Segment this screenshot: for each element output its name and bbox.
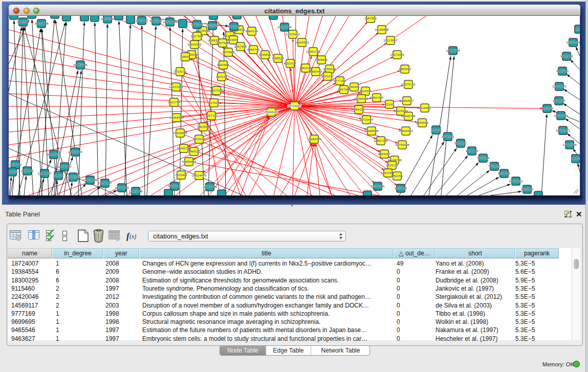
svg-text:3267110: 3267110 bbox=[205, 114, 217, 117]
svg-text:12213967: 12213967 bbox=[383, 38, 398, 42]
svg-text:1858500: 1858500 bbox=[9, 163, 22, 166]
svg-text:16640910: 16640910 bbox=[295, 40, 309, 44]
svg-text:114519: 114519 bbox=[53, 173, 64, 177]
svg-text:16782759: 16782759 bbox=[115, 186, 129, 189]
svg-text:3624554: 3624554 bbox=[359, 89, 372, 93]
svg-text:19654923: 19654923 bbox=[399, 129, 413, 133]
svg-text:9777169: 9777169 bbox=[334, 79, 346, 82]
svg-text:19218506: 19218506 bbox=[277, 25, 292, 29]
svg-text:19054955: 19054955 bbox=[169, 116, 184, 119]
svg-text:8990443: 8990443 bbox=[310, 70, 322, 73]
svg-text:7955812: 7955812 bbox=[315, 58, 328, 61]
svg-text:12942757: 12942757 bbox=[37, 171, 52, 175]
svg-text:16210643: 16210643 bbox=[554, 114, 568, 117]
svg-text:1362615: 1362615 bbox=[299, 66, 312, 70]
svg-text:6879197: 6879197 bbox=[454, 141, 467, 145]
svg-text:10654112: 10654112 bbox=[509, 179, 523, 183]
svg-text:20206575: 20206575 bbox=[47, 152, 61, 156]
svg-text:10973493: 10973493 bbox=[390, 53, 404, 56]
svg-text:2935114: 2935114 bbox=[477, 156, 489, 160]
svg-text:9699695: 9699695 bbox=[416, 121, 429, 124]
svg-text:13958107: 13958107 bbox=[98, 181, 112, 185]
svg-text:1588520: 1588520 bbox=[272, 56, 285, 60]
svg-text:23495786: 23495786 bbox=[401, 114, 416, 118]
svg-text:13325419: 13325419 bbox=[286, 32, 300, 36]
svg-text:9146821: 9146821 bbox=[259, 53, 272, 56]
svg-text:10688609: 10688609 bbox=[364, 129, 379, 133]
svg-text:8322037: 8322037 bbox=[284, 61, 297, 65]
svg-text:8938913: 8938913 bbox=[442, 135, 454, 138]
svg-text:17016504: 17016504 bbox=[562, 143, 577, 146]
svg-text:17957255: 17957255 bbox=[83, 178, 97, 182]
svg-text:20053346: 20053346 bbox=[73, 63, 88, 67]
svg-text:252254: 252254 bbox=[392, 174, 403, 178]
svg-text:16961758: 16961758 bbox=[306, 50, 320, 53]
svg-text:10807487: 10807487 bbox=[369, 96, 384, 99]
svg-text:15692971: 15692971 bbox=[556, 128, 570, 132]
svg-text:16543362: 16543362 bbox=[187, 42, 202, 46]
svg-text:746266: 746266 bbox=[349, 85, 360, 89]
svg-text:15720407: 15720407 bbox=[359, 118, 374, 121]
svg-text:1615132: 1615132 bbox=[386, 163, 399, 167]
svg-text:9242848: 9242848 bbox=[217, 63, 230, 67]
svg-text:10756928: 10756928 bbox=[395, 143, 409, 146]
svg-text:6497568: 6497568 bbox=[338, 87, 351, 91]
svg-text:14914479: 14914479 bbox=[192, 173, 206, 177]
svg-text:1546: 1546 bbox=[230, 38, 237, 41]
svg-text:2718170: 2718170 bbox=[174, 70, 187, 73]
svg-text:23226058: 23226058 bbox=[195, 29, 210, 32]
svg-text:1244415: 1244415 bbox=[553, 99, 565, 102]
svg-text:7625402: 7625402 bbox=[175, 173, 188, 177]
svg-text:9857791: 9857791 bbox=[168, 184, 181, 188]
svg-text:7632621: 7632621 bbox=[488, 164, 501, 168]
svg-text:12505135: 12505135 bbox=[66, 175, 80, 179]
svg-text:3498222: 3498222 bbox=[188, 149, 201, 153]
svg-text:9115460: 9115460 bbox=[419, 106, 431, 110]
svg-text:1810754: 1810754 bbox=[168, 100, 181, 104]
svg-text:18807249: 18807249 bbox=[374, 139, 388, 142]
svg-text:34099469: 34099469 bbox=[182, 160, 196, 163]
svg-text:817006: 817006 bbox=[209, 101, 220, 104]
svg-text:164095: 164095 bbox=[431, 128, 442, 132]
svg-text:1405571: 1405571 bbox=[17, 20, 30, 24]
svg-text:19384554: 19384554 bbox=[307, 137, 321, 141]
svg-text:12823446: 12823446 bbox=[128, 189, 143, 193]
svg-text:10653387: 10653387 bbox=[100, 17, 115, 20]
svg-text:9245812: 9245812 bbox=[521, 187, 534, 191]
svg-text:2156869: 2156869 bbox=[21, 169, 34, 172]
svg-text:3875685: 3875685 bbox=[222, 50, 235, 54]
svg-text:7986322: 7986322 bbox=[353, 107, 365, 111]
svg-text:8427552: 8427552 bbox=[210, 89, 223, 92]
svg-text:15716485: 15716485 bbox=[203, 185, 217, 188]
svg-text:1353594: 1353594 bbox=[197, 125, 210, 128]
svg-text:21364436: 21364436 bbox=[354, 97, 368, 100]
svg-text:2087652: 2087652 bbox=[364, 16, 377, 20]
svg-text:(x): (x) bbox=[129, 233, 136, 240]
svg-text:20691406: 20691406 bbox=[34, 21, 49, 25]
svg-text:9896: 9896 bbox=[182, 55, 189, 58]
svg-text:12213363: 12213363 bbox=[169, 85, 183, 89]
svg-text:12093873: 12093873 bbox=[552, 84, 567, 88]
svg-text:15136141: 15136141 bbox=[371, 184, 385, 188]
svg-text:9474444: 9474444 bbox=[466, 149, 478, 152]
svg-text:19166825: 19166825 bbox=[173, 131, 187, 135]
svg-text:10719185: 10719185 bbox=[163, 20, 177, 24]
svg-text:16463627: 16463627 bbox=[400, 99, 414, 102]
svg-text:7485063: 7485063 bbox=[399, 67, 411, 71]
svg-text:1527602: 1527602 bbox=[136, 18, 148, 22]
svg-text:10975867: 10975867 bbox=[57, 165, 72, 168]
svg-text:1112: 1112 bbox=[576, 27, 580, 31]
svg-text:9227343: 9227343 bbox=[556, 69, 569, 73]
svg-text:9327505: 9327505 bbox=[191, 34, 204, 38]
svg-text:18724007: 18724007 bbox=[288, 104, 302, 107]
svg-text:1621022: 1621022 bbox=[321, 74, 334, 78]
svg-text:2367608: 2367608 bbox=[234, 45, 247, 48]
svg-text:1733426: 1733426 bbox=[395, 186, 407, 190]
svg-text:8878342: 8878342 bbox=[193, 137, 206, 141]
svg-text:9671355: 9671355 bbox=[191, 23, 204, 26]
svg-text:62160: 62160 bbox=[385, 102, 394, 106]
svg-text:9329966: 9329966 bbox=[560, 54, 573, 58]
svg-text:7357224: 7357224 bbox=[228, 25, 241, 28]
svg-text:15751024: 15751024 bbox=[566, 40, 580, 44]
svg-text:12975115: 12975115 bbox=[401, 82, 416, 86]
